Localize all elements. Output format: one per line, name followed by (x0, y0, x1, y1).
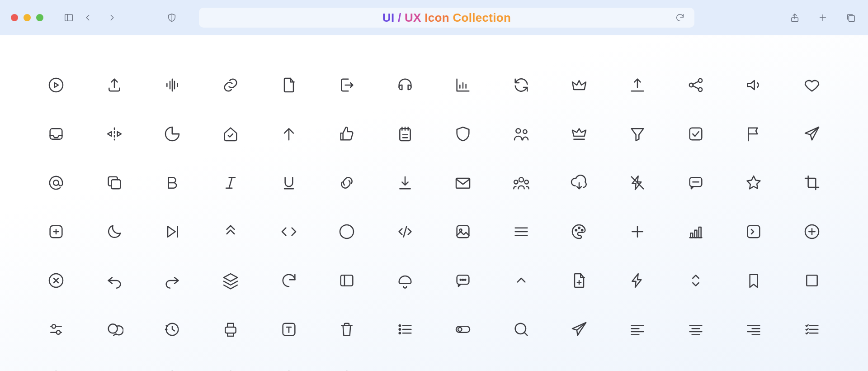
share-icon[interactable] (788, 11, 801, 24)
svg-point-36 (465, 279, 466, 281)
bar-chart-growth-icon (686, 222, 706, 242)
crown-icon (569, 75, 589, 95)
underline-icon (279, 173, 299, 193)
svg-rect-27 (694, 230, 697, 238)
trash-icon (337, 319, 357, 339)
upload-icon (104, 75, 124, 95)
exit-icon (337, 75, 357, 95)
forward-button[interactable] (106, 11, 118, 24)
file-icon (279, 75, 299, 95)
group-icon (511, 173, 531, 193)
clock-icon (221, 368, 241, 371)
image-icon (453, 222, 473, 242)
code-slash-icon (395, 222, 415, 242)
palette-icon (569, 222, 589, 242)
svg-point-5 (698, 79, 702, 82)
minimize-button[interactable] (24, 14, 31, 21)
align-left-icon (627, 319, 647, 339)
sidebar-toggle-icon[interactable] (62, 11, 75, 24)
download-icon (395, 173, 415, 193)
svg-point-25 (581, 229, 583, 231)
sliders-icon (46, 319, 66, 339)
svg-point-12 (53, 180, 59, 186)
at-sign-icon (46, 173, 66, 193)
terminal-icon (744, 222, 764, 242)
file-plus-icon (569, 271, 589, 290)
chevron-up-icon (511, 271, 531, 290)
refresh-icon (511, 75, 531, 95)
svg-point-4 (689, 83, 693, 87)
svg-point-20 (340, 225, 354, 238)
zoom-button[interactable] (36, 14, 43, 21)
pie-chart-icon (162, 124, 182, 144)
plus-circle-icon (802, 222, 822, 242)
sidebar-left-icon (337, 271, 357, 290)
svg-rect-2 (849, 15, 854, 21)
flash-off-icon (627, 173, 647, 193)
home-check-icon (221, 124, 241, 144)
privacy-shield-icon[interactable] (165, 11, 178, 24)
svg-point-22 (460, 229, 462, 231)
address-bar[interactable]: UI / UX Icon Collection (199, 8, 694, 28)
undo-icon (104, 271, 124, 290)
volume-icon (744, 75, 764, 95)
bookmark-icon (744, 271, 764, 290)
circle-icon (337, 222, 357, 242)
svg-point-39 (57, 331, 60, 334)
svg-point-10 (523, 130, 527, 133)
bar-chart-icon (453, 75, 473, 95)
svg-point-40 (108, 324, 118, 333)
window-controls (11, 14, 43, 21)
copy-icon (104, 173, 124, 193)
mail-icon (453, 173, 473, 193)
history-icon (162, 319, 182, 339)
svg-point-48 (458, 328, 462, 331)
svg-point-15 (519, 177, 524, 182)
svg-point-46 (399, 333, 400, 334)
redo-icon (162, 271, 182, 290)
chevrons-up-icon (221, 222, 241, 242)
svg-point-44 (399, 325, 400, 326)
rotate-cw-icon (279, 271, 299, 290)
x-circle-icon (46, 271, 66, 290)
play-circle-icon (46, 75, 66, 95)
send-icon (802, 124, 822, 144)
chevron-down-circle-icon (337, 368, 357, 371)
back-button[interactable] (81, 11, 94, 24)
tab-overview-icon[interactable] (844, 11, 857, 24)
reload-icon[interactable] (674, 11, 686, 24)
bold-icon (162, 173, 182, 193)
svg-rect-32 (341, 275, 353, 285)
paper-plane-icon (569, 319, 589, 339)
svg-rect-14 (456, 178, 470, 188)
printer-icon (221, 319, 241, 339)
globe-icon (162, 368, 182, 371)
link-broken-icon (337, 173, 357, 193)
share-nodes-icon (686, 75, 706, 95)
svg-point-3 (49, 78, 63, 92)
svg-rect-37 (807, 275, 817, 285)
svg-point-24 (579, 227, 580, 228)
upload-alt-icon (627, 75, 647, 95)
crown-underline-icon (569, 124, 589, 144)
new-tab-icon[interactable] (816, 11, 829, 24)
svg-rect-28 (698, 227, 701, 238)
crop-icon (802, 173, 822, 193)
svg-point-17 (524, 180, 528, 184)
close-button[interactable] (11, 14, 18, 21)
bolt-icon (627, 271, 647, 290)
user-icon (104, 368, 124, 371)
search-icon (511, 319, 531, 339)
flag-icon (744, 124, 764, 144)
svg-point-16 (514, 180, 518, 184)
svg-point-23 (576, 229, 577, 231)
clock-alt-icon (279, 368, 299, 371)
star-icon (744, 173, 764, 193)
align-right-icon (744, 319, 764, 339)
moon-icon (104, 222, 124, 242)
svg-point-9 (516, 128, 520, 133)
checkbox-icon (686, 124, 706, 144)
menu-icon (511, 222, 531, 242)
layers-icon (221, 271, 241, 290)
svg-rect-21 (457, 226, 469, 238)
